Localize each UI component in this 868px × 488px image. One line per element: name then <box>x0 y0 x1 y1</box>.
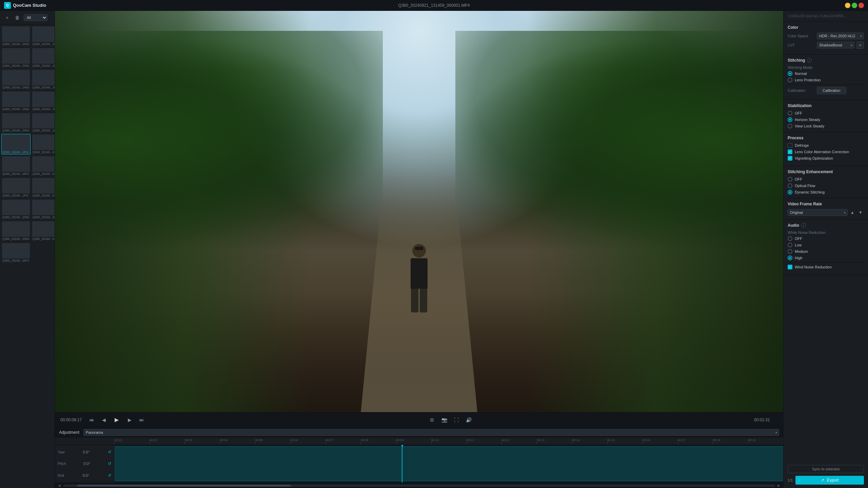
ruler-marks: 00:0100:0200:0300:0400:0500:0600:0700:08… <box>55 439 783 444</box>
file-item-8[interactable]: Q360_20240...DNG <box>1 113 31 133</box>
add-file-button[interactable]: + <box>3 14 11 21</box>
file-item-4[interactable]: Q360_20240...DNG <box>1 69 31 90</box>
scroll-track[interactable] <box>63 485 775 487</box>
white-noise-medium[interactable]: Medium <box>788 249 864 254</box>
file-item-2[interactable]: Q360_20240...DNG <box>1 47 31 68</box>
person-head <box>412 244 426 258</box>
file-label: Q360_20240...DNG <box>2 216 30 219</box>
playhead[interactable] <box>402 445 402 483</box>
defringe-checkbox-box <box>788 143 792 148</box>
file-item-13[interactable]: Q360_20240...DNG <box>32 156 55 176</box>
stabilization-off[interactable]: OFF <box>788 111 864 116</box>
wind-noise-reduction-checkbox[interactable]: Wind Noise Reduction <box>788 265 864 269</box>
framerate-adjust-down[interactable]: ▼ <box>857 209 864 216</box>
stitching-section-title: Stitching i <box>788 58 864 63</box>
white-noise-reduction-group: OFF Low Medium High <box>788 236 864 260</box>
stitching-mode-radio-group: Normal Lens Protection <box>788 71 864 82</box>
file-item-14[interactable]: Q360_20240...JPG <box>1 177 31 198</box>
file-item-6[interactable]: Q360_20240...DNG <box>1 91 31 111</box>
file-item-0[interactable]: Q360_20240...DNG <box>1 26 31 46</box>
next-clip-button[interactable]: ⏭ <box>137 415 146 425</box>
file-item-20[interactable]: Q360_20240...MP4 <box>1 242 31 263</box>
scroll-thumb[interactable] <box>77 485 291 487</box>
ruler-mark: 00:19 <box>748 439 783 444</box>
framerate-row: Original 24fps 30fps 60fps ▲ ▼ <box>788 209 864 216</box>
track-refresh-button[interactable]: ↺ <box>108 461 111 466</box>
stabilization-view-lock[interactable]: View Lock Steady <box>788 124 864 128</box>
lut-select[interactable]: ShadowBoost None Custom <box>817 42 854 48</box>
file-item-15[interactable]: Q360_20240...DNG <box>32 177 55 198</box>
stabilization-horizon-steady[interactable]: Horizon Steady <box>788 117 864 122</box>
track-refresh-button[interactable]: ↺ <box>108 473 111 478</box>
stitching-enhancement-dynamic[interactable]: Dynamic Stitching <box>788 190 864 195</box>
file-item-19[interactable]: Q360_20240...MP4 <box>32 221 55 241</box>
framerate-adjust-up[interactable]: ▲ <box>849 209 856 216</box>
file-thumb <box>32 26 55 42</box>
window-controls <box>845 3 864 8</box>
stitching-enhancement-off-label: OFF <box>795 177 802 181</box>
maximize-button[interactable] <box>852 3 857 8</box>
track-refresh-button[interactable]: ↺ <box>108 450 111 454</box>
white-noise-low[interactable]: Low <box>788 243 864 247</box>
sync-to-selected-button[interactable]: Sync to selected <box>788 465 864 473</box>
prev-clip-button[interactable]: ⏮ <box>87 415 96 425</box>
file-item-9[interactable]: Q360_20240...JPG <box>32 113 55 133</box>
white-noise-high-dot <box>788 256 792 260</box>
stitching-info-icon[interactable]: i <box>807 58 812 63</box>
export-button[interactable]: ↗ Export <box>795 476 864 485</box>
video-controls: 00:00:08:17 ⏮ ◀ ▶ ▶ ⏭ ⊞ 📷 ⛶ 🔊 00:01:31 <box>55 412 783 427</box>
fullscreen-button[interactable]: ⛶ <box>452 415 461 425</box>
stitching-mode-normal[interactable]: Normal <box>788 71 864 76</box>
file-label: Q360_20240...MP4 <box>2 172 30 176</box>
file-item-3[interactable]: Q360_20240...JPG <box>32 47 55 68</box>
prev-frame-button[interactable]: ◀ <box>99 415 108 425</box>
file-filter-select[interactable]: All Photo Video RAW <box>24 14 47 21</box>
file-item-10[interactable]: Q360_20240...JPG <box>1 134 31 155</box>
calibration-button[interactable]: Calibration <box>817 87 846 94</box>
next-frame-button[interactable]: ▶ <box>125 415 134 425</box>
file-item-17[interactable]: Q360_20240...DNG <box>32 199 55 220</box>
defringe-checkbox[interactable]: Defringe <box>788 143 864 148</box>
defringe-label: Defringe <box>795 143 809 147</box>
file-label: Q360_20240...JPG <box>32 42 55 46</box>
stitching-enhancement-dynamic-label: Dynamic Stitching <box>795 190 825 194</box>
panorama-mode-select[interactable]: Panorama FreeCapture 360 <box>83 429 779 436</box>
stabilization-horizon-radio-dot <box>788 117 792 122</box>
stitching-lens-protection-radio-dot <box>788 78 792 82</box>
lut-add-button[interactable]: + <box>856 41 864 49</box>
file-label: Q360_20240...JPG <box>32 86 55 89</box>
person-legs <box>406 289 433 312</box>
file-item-5[interactable]: Q360_20240...JPG <box>32 69 55 90</box>
color-space-select[interactable]: HDR - Rec.2020 HLG SDR - Rec.709 Log <box>817 33 864 39</box>
file-item-16[interactable]: Q360_20240...DNG <box>1 199 31 220</box>
minimize-button[interactable] <box>845 3 850 8</box>
ruler-mark: 00:11 <box>466 439 501 444</box>
white-noise-off[interactable]: OFF <box>788 236 864 241</box>
close-button[interactable] <box>859 3 864 8</box>
audio-info-icon[interactable]: i <box>801 223 806 228</box>
vignetting-checkbox[interactable]: Vignetting Optimization <box>788 156 864 161</box>
lens-color-aberration-checkbox[interactable]: Lens Color Aberration Correction <box>788 149 864 154</box>
framerate-select[interactable]: Original 24fps 30fps 60fps <box>788 209 848 216</box>
file-label: Q360_20240...DNG <box>32 194 55 197</box>
stitching-enhancement-off[interactable]: OFF <box>788 177 864 182</box>
panorama-scene <box>55 11 783 412</box>
file-item-18[interactable]: Q360_20240...DNG <box>1 221 31 241</box>
scroll-right-button[interactable]: ▶ <box>776 483 781 488</box>
export-icon: ↗ <box>821 478 824 483</box>
stabilization-off-radio-dot <box>788 111 792 116</box>
stitching-enhancement-optical-flow[interactable]: Optical Flow <box>788 183 864 188</box>
white-noise-high[interactable]: High <box>788 256 864 260</box>
volume-button[interactable]: 🔊 <box>464 415 473 425</box>
grid-view-button[interactable]: ⊞ <box>427 415 437 425</box>
file-item-11[interactable]: Q360_20240...MP4 <box>32 134 55 155</box>
stitching-mode-lens-protection[interactable]: Lens Protection <box>788 78 864 82</box>
play-button[interactable]: ▶ <box>111 414 122 425</box>
file-item-1[interactable]: Q360_20240...JPG <box>32 26 55 46</box>
white-noise-low-label: Low <box>795 243 802 247</box>
delete-file-button[interactable]: 🗑 <box>14 14 21 21</box>
screenshot-button[interactable]: 📷 <box>439 415 449 425</box>
scroll-left-button[interactable]: ◀ <box>57 483 62 488</box>
file-item-12[interactable]: Q360_20240...MP4 <box>1 156 31 176</box>
file-item-7[interactable]: Q360_20240...JPG <box>32 91 55 111</box>
